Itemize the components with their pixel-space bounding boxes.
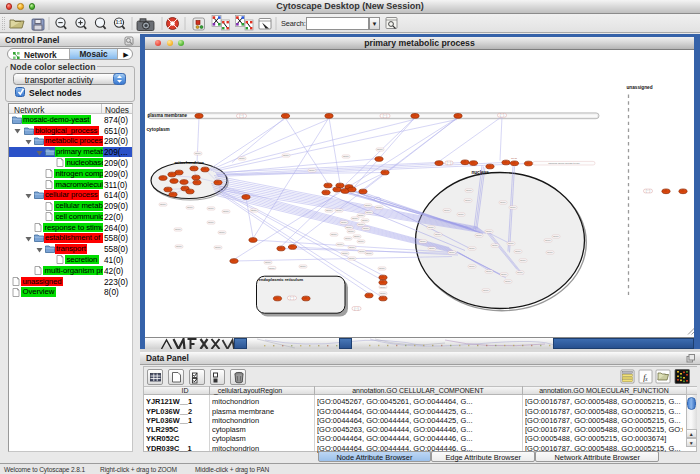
svg-text:plasma membrane: plasma membrane <box>148 112 188 117</box>
svg-text:abcde: abcde <box>358 223 365 225</box>
svg-text:abcde: abcde <box>483 289 490 291</box>
svg-text:abcde: abcde <box>501 273 508 275</box>
svg-text:abcde: abcde <box>466 189 473 191</box>
svg-text:abcde: abcde <box>492 244 499 246</box>
svg-text:abcde: abcde <box>380 285 387 287</box>
svg-text:abcde: abcde <box>345 237 352 239</box>
svg-text:abcde: abcde <box>380 292 387 294</box>
svg-text:ab.cd: ab.cd <box>511 157 518 160</box>
svg-text:abcde: abcde <box>366 252 373 254</box>
svg-text:abcde: abcde <box>365 204 372 206</box>
svg-text:abcde: abcde <box>458 213 465 215</box>
svg-text:abcde: abcde <box>349 246 356 248</box>
svg-text:mitochondrion: mitochondrion <box>175 160 205 165</box>
svg-text:abcde: abcde <box>176 245 183 247</box>
svg-text:abcde: abcde <box>208 221 215 223</box>
svg-text:abcde: abcde <box>348 230 355 232</box>
svg-text:abcde: abcde <box>444 209 451 211</box>
svg-text:(···): (···) <box>383 114 387 118</box>
svg-text:abcde: abcde <box>175 228 182 230</box>
svg-text:abcde: abcde <box>486 230 493 232</box>
svg-text:abcde: abcde <box>223 210 230 212</box>
svg-text:abcde: abcde <box>363 227 370 229</box>
svg-text:(···): (···) <box>290 296 294 300</box>
svg-text:abcde: abcde <box>251 209 258 211</box>
svg-text:abcde: abcde <box>265 261 272 263</box>
svg-text:abcde: abcde <box>553 235 560 237</box>
svg-text:(···): (···) <box>354 306 358 310</box>
svg-text:abcde: abcde <box>505 280 512 282</box>
svg-text:abcde: abcde <box>435 233 442 235</box>
svg-text:abcde: abcde <box>359 250 366 252</box>
svg-text:abcde: abcde <box>465 199 472 201</box>
svg-text:abcde: abcde <box>160 203 167 205</box>
svg-text:abcde: abcde <box>341 221 348 223</box>
svg-text:abcde: abcde <box>215 246 222 248</box>
svg-text:abcde: abcde <box>358 214 365 216</box>
svg-text:abcde: abcde <box>187 206 194 208</box>
svg-text:abcde: abcde <box>343 155 350 157</box>
svg-text:abcde: abcde <box>500 201 507 203</box>
svg-text:abcde: abcde <box>420 240 427 242</box>
svg-text:1:1: 1:1 <box>116 20 123 25</box>
svg-text:abcde: abcde <box>331 233 338 235</box>
svg-text:abcde: abcde <box>352 217 359 219</box>
svg-text:fₓ: fₓ <box>643 373 648 382</box>
svg-text:abcde: abcde <box>354 235 361 237</box>
svg-text:abcde: abcde <box>300 265 307 267</box>
svg-text:abcde: abcde <box>517 271 524 273</box>
svg-text:abcde: abcde <box>515 250 522 252</box>
svg-text:abcde: abcde <box>326 209 333 211</box>
svg-text:abcde: abcde <box>486 270 493 272</box>
svg-text:nucleus: nucleus <box>472 170 490 175</box>
svg-text:(···): (···) <box>500 113 504 117</box>
svg-text:abcde: abcde <box>376 206 383 208</box>
svg-text:abcde: abcde <box>195 152 202 154</box>
svg-text:(···): (···) <box>239 114 243 118</box>
svg-text:abcde: abcde <box>362 219 369 221</box>
svg-text:abcde: abcde <box>283 154 290 156</box>
svg-text:abcde: abcde <box>346 226 353 228</box>
svg-text:abcde: abcde <box>547 251 554 253</box>
svg-text:abcde: abcde <box>208 207 215 209</box>
svg-text:abcde: abcde <box>309 169 316 171</box>
svg-text:abcde: abcde <box>342 252 349 254</box>
svg-text:abcde: abcde <box>349 257 356 259</box>
svg-text:abcde: abcde <box>429 247 436 249</box>
svg-text:abcde: abcde <box>476 234 483 236</box>
svg-text:abcde: abcde <box>428 226 435 228</box>
svg-text:cytoplasm: cytoplasm <box>147 127 170 132</box>
svg-text:unassigned: unassigned <box>627 84 653 89</box>
svg-text:abcdefg hijklm nopqrs tuvwx: abcdefg hijklm nopqrs tuvwx <box>548 162 580 165</box>
svg-text:abcde: abcde <box>337 243 344 245</box>
svg-text:(···): (···) <box>646 189 650 193</box>
svg-text:abcde: abcde <box>545 239 552 241</box>
svg-text:abcde: abcde <box>336 209 343 211</box>
svg-text:abcde: abcde <box>508 242 515 244</box>
svg-text:(···): (···) <box>447 161 451 165</box>
svg-text:abcde: abcde <box>379 267 386 269</box>
svg-text:abcde: abcde <box>469 265 476 267</box>
svg-text:abcde: abcde <box>469 247 476 249</box>
svg-text:abcde: abcde <box>269 266 276 268</box>
svg-text:abcde: abcde <box>366 211 373 213</box>
svg-text:abcde: abcde <box>239 157 246 159</box>
svg-text:abcde: abcde <box>377 148 384 150</box>
svg-text:abcde: abcde <box>449 251 456 253</box>
svg-text:abcde: abcde <box>510 206 517 208</box>
svg-text:abcde: abcde <box>358 240 365 242</box>
svg-text:abcde: abcde <box>520 259 527 261</box>
svg-text:abcde: abcde <box>219 231 226 233</box>
svg-text:endoplasmic reticulum: endoplasmic reticulum <box>259 276 304 281</box>
